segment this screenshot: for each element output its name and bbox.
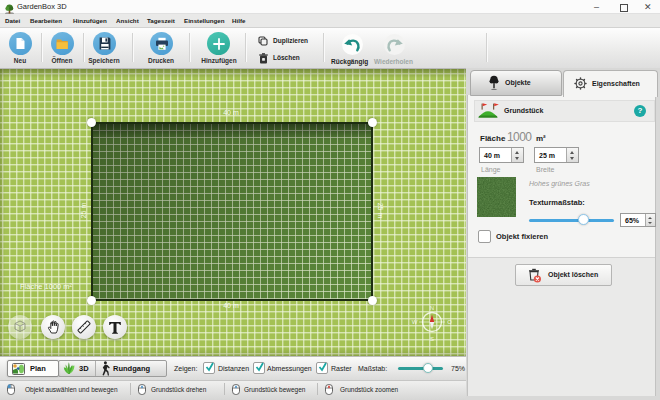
svg-text:O: O [447, 319, 452, 325]
svg-text:S: S [430, 336, 434, 342]
svg-text:N: N [430, 305, 434, 311]
svg-text:W: W [412, 319, 418, 325]
